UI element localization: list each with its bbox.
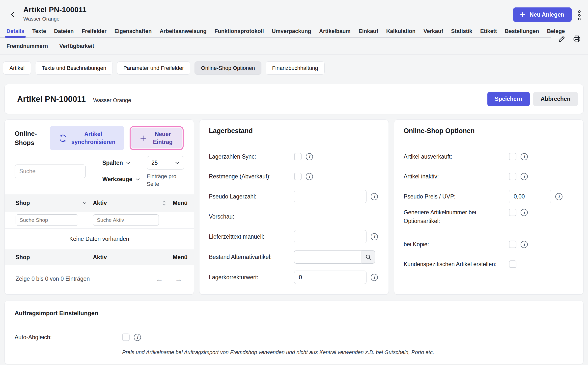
- form-row: bei Kopie: i: [404, 234, 574, 254]
- tab-verkauf[interactable]: Verkauf: [423, 25, 444, 38]
- info-icon[interactable]: i: [306, 173, 313, 180]
- tab-bestellungen[interactable]: Bestellungen: [504, 25, 539, 38]
- field-label: Artikel inaktiv:: [404, 172, 509, 181]
- info-icon[interactable]: i: [371, 193, 378, 200]
- field-label: Generiere Artikelnummer bei Optionsartik…: [404, 208, 509, 225]
- print-icon[interactable]: [573, 35, 581, 43]
- new-create-button[interactable]: Neu Anlegen: [513, 7, 572, 22]
- artikel-ausverkauft-checkbox[interactable]: [509, 153, 516, 160]
- columns-dropdown[interactable]: Spalten: [102, 160, 140, 166]
- tab-arbeitsanweisung[interactable]: Arbeitsanweisung: [159, 25, 207, 38]
- sort-updown-icon[interactable]: [162, 200, 166, 206]
- sync-articles-button[interactable]: Artikel synchronisieren: [50, 126, 124, 150]
- auto-abgleich-checkbox[interactable]: [122, 334, 130, 341]
- online-shops-panel: Online-Shops Artikel synchronisieren Neu…: [4, 119, 194, 295]
- info-icon[interactable]: i: [521, 209, 528, 216]
- new-entry-button[interactable]: Neuer Eintrag: [131, 128, 182, 148]
- article-title: Artikel PN-100011: [17, 94, 86, 104]
- chevron-down-icon: [136, 178, 140, 181]
- pseudo-lagerzahl-input[interactable]: [294, 190, 366, 203]
- pill-artikel[interactable]: Artikel: [3, 61, 31, 75]
- tab-statistik[interactable]: Statistik: [450, 25, 473, 38]
- tab-row-actions: [558, 35, 581, 43]
- page-size-label: Einträge pro Seite: [147, 173, 184, 188]
- filter-shop-input[interactable]: [16, 214, 78, 226]
- tab-dateien[interactable]: Dateien: [54, 25, 74, 38]
- kebab-menu-icon[interactable]: [578, 10, 581, 20]
- lieferzeittext-input[interactable]: [294, 230, 366, 243]
- bestand-alternativartikel-input[interactable]: [294, 250, 362, 264]
- pill-texte-und-beschreibungen[interactable]: Texte und Beschreibungen: [35, 61, 113, 75]
- page-size-value: 25: [151, 160, 158, 166]
- tab-eigenschaften[interactable]: Eigenschaften: [114, 25, 152, 38]
- tools-dropdown[interactable]: Werkzeuge: [102, 176, 140, 183]
- edit-pencil-icon[interactable]: [558, 35, 566, 43]
- section-pills: Artikel Texte und Beschreibungen Paramet…: [0, 55, 588, 80]
- field-label: Bestand Alternativartikel:: [209, 253, 294, 261]
- table-empty-state: Keine Daten vorhanden: [5, 229, 194, 250]
- field-label: Auto-Abgleich:: [15, 333, 122, 342]
- lagerzahlen-sync-checkbox[interactable]: [294, 153, 302, 160]
- kundenspezifisch-checkbox[interactable]: [509, 260, 516, 268]
- field-label: Vorschau:: [209, 212, 294, 221]
- article-subtitle: Wasser Orange: [93, 97, 131, 104]
- tab-verfuegbarkeit[interactable]: Verfügbarkeit: [59, 38, 95, 55]
- restmenge-checkbox[interactable]: [294, 173, 302, 180]
- page-title: Artikel PN-100011: [23, 5, 86, 14]
- tab-umverpackung[interactable]: Umverpackung: [271, 25, 312, 38]
- chevron-left-icon: [9, 10, 17, 18]
- info-icon[interactable]: i: [521, 173, 528, 180]
- artikel-inaktiv-checkbox[interactable]: [509, 173, 516, 180]
- pseudo-preis-input[interactable]: [509, 190, 551, 203]
- tab-fremdnummern[interactable]: Fremdnummern: [6, 38, 48, 55]
- field-label: bei Kopie:: [404, 240, 509, 249]
- info-icon[interactable]: i: [371, 274, 378, 281]
- bei-kopie-checkbox[interactable]: [509, 241, 516, 248]
- pill-parameter-und-freifelder[interactable]: Parameter und Freifelder: [117, 61, 191, 75]
- field-label: Kundenspezifischen Artikel erstellen:: [404, 260, 509, 269]
- column-header-shop[interactable]: Shop: [16, 200, 93, 206]
- pill-finanzbuchhaltung[interactable]: Finanzbuchhaltung: [266, 61, 325, 75]
- tab-einkauf[interactable]: Einkauf: [358, 25, 379, 38]
- info-icon[interactable]: i: [134, 334, 141, 341]
- info-icon[interactable]: i: [521, 241, 528, 248]
- page-subtitle: Wasser Orange: [23, 16, 86, 22]
- tab-artikelbaum[interactable]: Artikelbaum: [319, 25, 351, 38]
- column-header-menu: Menü: [173, 200, 188, 206]
- tab-funktionsprotokoll[interactable]: Funktionsprotokoll: [214, 25, 264, 38]
- auftragsimport-panel: Auftragsimport Einstellungen Auto-Abglei…: [4, 301, 584, 364]
- filter-aktiv-input[interactable]: [93, 214, 159, 226]
- tab-texte[interactable]: Texte: [32, 25, 47, 38]
- info-icon[interactable]: i: [371, 233, 378, 240]
- tab-kalkulation[interactable]: Kalkulation: [386, 25, 416, 38]
- back-button[interactable]: [8, 10, 17, 19]
- page-size-select[interactable]: 25: [147, 156, 184, 169]
- info-icon[interactable]: i: [306, 153, 313, 160]
- sort-icon[interactable]: [83, 202, 86, 204]
- tab-etikett[interactable]: Etikett: [480, 25, 497, 38]
- save-button[interactable]: Speichern: [487, 92, 530, 106]
- main-tabs: Details Texte Dateien Freifelder Eigensc…: [0, 25, 588, 38]
- generiere-artikelnummer-checkbox[interactable]: [509, 209, 516, 216]
- lagerbestand-title: Lagerbestand: [209, 127, 379, 135]
- info-icon[interactable]: i: [555, 193, 562, 200]
- online-shops-title: Online-Shops: [15, 129, 44, 147]
- lagerkorrekturwert-input[interactable]: [294, 271, 366, 284]
- form-row: Restmenge (Abverkauf): i: [209, 167, 379, 186]
- table-controls: Spalten Werkzeuge 25 Einträge pro Seite: [5, 155, 194, 195]
- tab-details[interactable]: Details: [6, 25, 25, 38]
- next-page-arrow[interactable]: →: [175, 275, 182, 283]
- article-search-button[interactable]: [362, 250, 375, 264]
- tab-freifelder[interactable]: Freifelder: [81, 25, 107, 38]
- column-header-aktiv[interactable]: Aktiv: [93, 200, 173, 206]
- table-pagination: Zeige 0 bis 0 von 0 Einträgen ← →: [5, 265, 194, 294]
- form-row: Vorschau:: [209, 207, 379, 226]
- field-label: Lieferzeittext manuell:: [209, 232, 294, 241]
- cancel-button[interactable]: Abbrechen: [533, 92, 578, 106]
- pill-online-shop-optionen[interactable]: Online-Shop Optionen: [195, 61, 261, 75]
- prev-page-arrow[interactable]: ←: [156, 275, 163, 283]
- search-input[interactable]: [15, 165, 86, 178]
- info-icon[interactable]: i: [521, 153, 528, 160]
- columns-dropdown-label: Spalten: [102, 160, 123, 166]
- shop-options-title: Online-Shop Optionen: [404, 127, 574, 135]
